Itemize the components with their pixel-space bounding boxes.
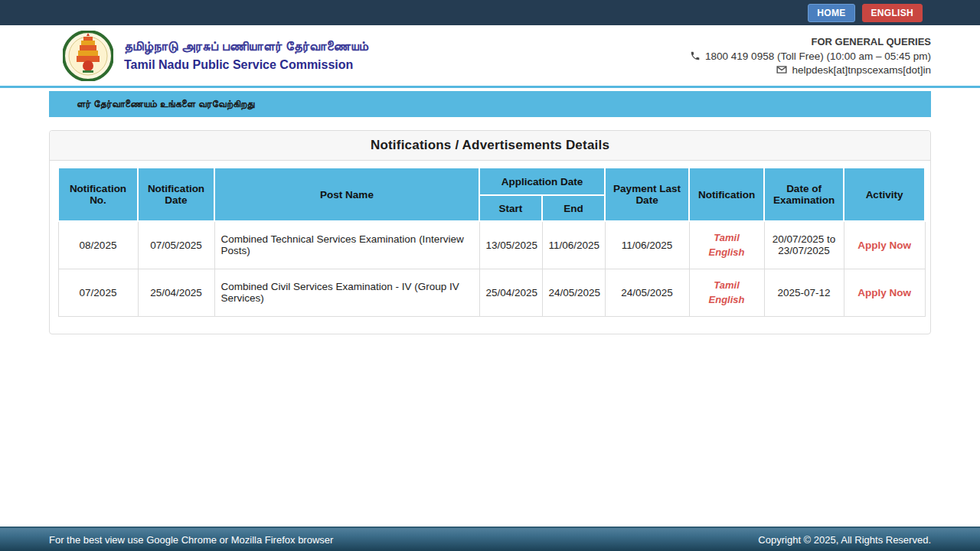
col-post-name: Post Name xyxy=(214,168,479,221)
apply-now-link[interactable]: Apply Now xyxy=(858,287,911,298)
notification-tamil-link[interactable]: Tamil xyxy=(696,278,758,292)
footer-copyright: Copyright © 2025, All Rights Reserved. xyxy=(758,534,931,546)
phone-icon xyxy=(690,51,701,61)
queries-heading: FOR GENERAL QUERIES xyxy=(690,36,931,47)
table-row: 08/2025 07/05/2025 Combined Technical Se… xyxy=(58,221,925,269)
cell-end-date: 11/06/2025 xyxy=(542,221,605,269)
notifications-panel: Notifications / Advertisements Details N… xyxy=(49,130,931,334)
home-button[interactable]: HOME xyxy=(808,4,854,22)
col-payment-last-date: Payment Last Date xyxy=(605,168,689,221)
site-title-english: Tamil Nadu Public Service Commission xyxy=(124,58,368,72)
language-toggle-button[interactable]: ENGLISH xyxy=(862,4,923,22)
cell-start-date: 13/05/2025 xyxy=(479,221,542,269)
col-activity: Activity xyxy=(844,168,925,221)
contact-block: FOR GENERAL QUERIES 1800 419 0958 (Toll … xyxy=(690,36,931,76)
welcome-marquee: ளர் தேர்வாணையம் உங்களை வரவேற்கிறது xyxy=(49,91,931,117)
cell-notification-no: 08/2025 xyxy=(58,221,138,269)
col-notification: Notification xyxy=(689,168,764,221)
cell-payment-last-date: 11/06/2025 xyxy=(605,221,689,269)
cell-notification-date: 25/04/2025 xyxy=(138,269,214,316)
tnpsc-logo xyxy=(63,31,113,81)
apply-now-link[interactable]: Apply Now xyxy=(858,240,911,251)
cell-post-name: Combined Technical Services Examination … xyxy=(214,221,479,269)
notification-english-link[interactable]: English xyxy=(696,292,758,307)
email-icon xyxy=(776,64,787,75)
cell-date-of-examination: 2025-07-12 xyxy=(764,269,844,316)
cell-notification-links: Tamil English xyxy=(689,221,764,269)
cell-notification-no: 07/2025 xyxy=(58,269,138,316)
col-application-start: Start xyxy=(479,195,542,221)
cell-post-name: Combined Civil Services Examination - IV… xyxy=(214,269,479,316)
phone-number: 1800 419 0958 (Toll Free) (10:00 am – 05… xyxy=(705,51,931,62)
panel-title: Notifications / Advertisements Details xyxy=(50,131,930,161)
cell-start-date: 25/04/2025 xyxy=(479,269,542,316)
site-header: தமிழ்நாடு அரசுப் பணியாளர் தேர்வாணையம் Ta… xyxy=(0,25,980,88)
cell-notification-links: Tamil English xyxy=(689,269,764,316)
notifications-table: Notification No. Notification Date Post … xyxy=(57,167,926,317)
cell-activity: Apply Now xyxy=(844,221,925,269)
col-notification-date: Notification Date xyxy=(138,168,214,221)
col-application-end: End xyxy=(542,195,605,221)
cell-payment-last-date: 24/05/2025 xyxy=(605,269,689,316)
helpdesk-email: helpdesk[at]tnpscexams[dot]in xyxy=(792,64,931,76)
footer-browser-note: For the best view use Google Chrome or M… xyxy=(49,534,333,546)
cell-date-of-examination: 20/07/2025 to 23/07/2025 xyxy=(764,221,844,269)
table-row: 07/2025 25/04/2025 Combined Civil Servic… xyxy=(58,269,925,316)
col-notification-no: Notification No. xyxy=(58,168,138,221)
col-application-date: Application Date xyxy=(479,168,605,195)
site-title-tamil: தமிழ்நாடு அரசுப் பணியாளர் தேர்வாணையம் xyxy=(124,39,368,54)
notification-english-link[interactable]: English xyxy=(696,245,758,259)
site-footer: For the best view use Google Chrome or M… xyxy=(0,527,980,551)
cell-activity: Apply Now xyxy=(844,269,925,316)
notification-tamil-link[interactable]: Tamil xyxy=(696,230,758,245)
cell-end-date: 24/05/2025 xyxy=(542,269,605,316)
col-date-of-examination: Date of Examination xyxy=(764,168,844,221)
top-bar: HOME ENGLISH xyxy=(0,0,980,25)
marquee-text: ளர் தேர்வாணையம் உங்களை வரவேற்கிறது xyxy=(49,98,254,110)
cell-notification-date: 07/05/2025 xyxy=(138,221,214,269)
